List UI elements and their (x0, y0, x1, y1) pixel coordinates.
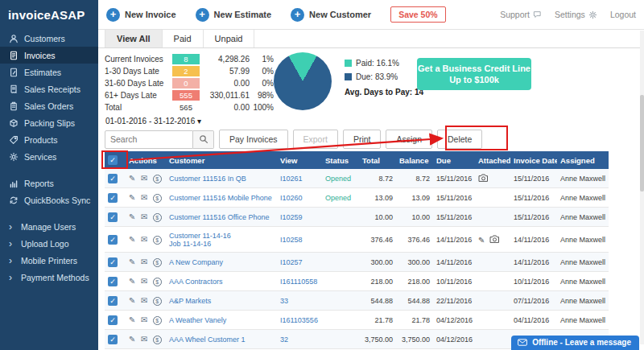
attached-note-icon[interactable]: ✎ (478, 236, 485, 245)
invoice-view-link[interactable]: I161103556 (280, 316, 318, 324)
print-button[interactable]: Print (343, 130, 382, 149)
edit-invoice-icon[interactable]: ✎ (129, 315, 135, 324)
invoice-date: 10/11/2016 (510, 272, 557, 291)
row-checkbox[interactable]: ✓ (108, 257, 118, 267)
email-invoice-icon[interactable]: ✉ (141, 277, 147, 286)
email-invoice-icon[interactable]: ✉ (141, 257, 147, 266)
email-invoice-icon[interactable]: ✉ (141, 212, 147, 221)
customer-link[interactable]: Customer 111516 In QB (169, 175, 246, 183)
attached-photo-icon[interactable] (489, 235, 500, 243)
chat-widget[interactable]: Offline - Leave a message (511, 336, 639, 350)
edit-invoice-icon[interactable]: ✎ (129, 212, 135, 221)
table-row: ✓ ✎ ✉ $ A Weather Vanely I161103556 21.7… (105, 311, 609, 330)
date-range-selector[interactable]: 01-01-2016 - 31-12-2016 ▾ (105, 117, 201, 126)
sidebar-item-services[interactable]: Services (0, 148, 98, 165)
payment-icon[interactable]: $ (153, 316, 162, 325)
search-button[interactable] (193, 130, 214, 149)
invoice-view-link[interactable]: 33 (280, 297, 288, 305)
payment-icon[interactable]: $ (153, 175, 162, 183)
settings-link[interactable]: Settings (555, 10, 597, 19)
sidebar-item-invoices[interactable]: Invoices (0, 47, 98, 64)
row-checkbox[interactable]: ✓ (108, 296, 118, 306)
topbar: + New Invoice + New Estimate + New Custo… (98, 0, 644, 30)
sidebar-item-payment-methods[interactable]: › Payment Methods (0, 269, 98, 286)
edit-invoice-icon[interactable]: ✎ (129, 335, 135, 344)
edit-invoice-icon[interactable]: ✎ (129, 235, 135, 244)
sidebar-item-label: Reports (24, 179, 54, 188)
app-logo[interactable]: invoiceASAP (0, 0, 98, 30)
sidebar-item-products[interactable]: Products (0, 131, 98, 148)
sidebar-item-customers[interactable]: Customers (0, 30, 98, 47)
invoice-view-link[interactable]: I10258 (280, 236, 303, 244)
delete-button[interactable]: Delete (437, 130, 482, 149)
business-credit-line-button[interactable]: Get a Business Credit Line Up to $100k (417, 58, 531, 90)
new-estimate-label: New Estimate (214, 10, 272, 19)
payment-icon[interactable]: $ (153, 236, 162, 245)
attached-photo-icon[interactable] (478, 174, 489, 182)
customer-link[interactable]: Customer 111516 Office Phone (169, 213, 270, 221)
sidebar-item-sales-receipts[interactable]: Sales Receipts (0, 80, 98, 97)
customer-link[interactable]: A New Company (169, 258, 223, 266)
sidebar-item-packing-slips[interactable]: Packing Slips (0, 114, 98, 131)
sidebar-item-quickbooks-sync[interactable]: QuickBooks Sync (0, 191, 98, 208)
email-invoice-icon[interactable]: ✉ (141, 335, 147, 344)
payment-icon[interactable]: $ (153, 258, 162, 267)
edit-invoice-icon[interactable]: ✎ (129, 193, 135, 202)
new-customer-button[interactable]: + New Customer (291, 8, 371, 22)
customer-link[interactable]: AAA Contractors (169, 278, 223, 286)
row-checkbox[interactable]: ✓ (108, 193, 118, 203)
invoice-view-link[interactable]: I10260 (280, 194, 303, 202)
new-invoice-button[interactable]: + New Invoice (106, 8, 176, 22)
customer-link[interactable]: Customer 11-14-16 Job 11-14-16 (169, 232, 231, 248)
email-invoice-icon[interactable]: ✉ (141, 296, 147, 305)
support-link[interactable]: Support (500, 10, 542, 19)
payment-icon[interactable]: $ (153, 213, 162, 222)
email-invoice-icon[interactable]: ✉ (141, 174, 147, 183)
customer-link[interactable]: A Weather Vanely (169, 316, 226, 324)
edit-invoice-icon[interactable]: ✎ (129, 296, 135, 305)
pay-invoices-button[interactable]: Pay Invoices (219, 130, 288, 149)
save-50-button[interactable]: Save 50% (390, 6, 445, 23)
invoice-view-link[interactable]: I10261 (280, 175, 303, 183)
new-estimate-button[interactable]: + New Estimate (196, 8, 272, 22)
scrollbar-thumb[interactable] (640, 95, 644, 191)
edit-invoice-icon[interactable]: ✎ (129, 277, 135, 286)
select-all-checkbox[interactable]: ✓ (108, 155, 118, 165)
email-invoice-icon[interactable]: ✉ (141, 235, 147, 244)
row-checkbox[interactable]: ✓ (108, 212, 118, 222)
tab-view-all[interactable]: View All (105, 30, 163, 47)
invoice-view-link[interactable]: I10257 (280, 258, 303, 266)
search-input[interactable] (105, 130, 193, 149)
quickbooks-sync-icon (9, 196, 19, 205)
sidebar-item-reports[interactable]: Reports (0, 175, 98, 191)
email-invoice-icon[interactable]: ✉ (141, 193, 147, 202)
customer-link[interactable]: Customer 111516 Mobile Phone (169, 194, 272, 202)
tab-unpaid[interactable]: Unpaid (204, 30, 255, 47)
assign-button[interactable]: Assign (386, 130, 432, 149)
payment-icon[interactable]: $ (153, 194, 162, 203)
edit-invoice-icon[interactable]: ✎ (129, 174, 135, 183)
invoice-view-link[interactable]: 32 (280, 336, 288, 344)
customer-link[interactable]: A&P Markets (169, 297, 211, 305)
payment-icon[interactable]: $ (153, 278, 162, 286)
invoice-view-link[interactable]: I161110558 (280, 278, 317, 286)
customer-link[interactable]: AAA Wheel Customer 1 (169, 336, 246, 344)
tab-paid[interactable]: Paid (163, 30, 204, 47)
row-checkbox[interactable]: ✓ (108, 174, 118, 183)
sidebar-item-sales-orders[interactable]: Sales Orders (0, 97, 98, 114)
sidebar-item-mobile-printers[interactable]: › Mobile Printers (0, 252, 98, 269)
payment-icon[interactable]: $ (153, 297, 162, 306)
export-button[interactable]: Export (293, 130, 338, 149)
sidebar-item-estimates[interactable]: Estimates (0, 64, 98, 80)
logout-link[interactable]: Logout (610, 10, 636, 19)
sidebar-item-manage-users[interactable]: › Manage Users (0, 218, 98, 235)
row-checkbox[interactable]: ✓ (108, 315, 118, 325)
payment-icon[interactable]: $ (153, 336, 162, 344)
edit-invoice-icon[interactable]: ✎ (129, 257, 135, 266)
row-checkbox[interactable]: ✓ (108, 277, 118, 286)
sidebar-item-upload-logo[interactable]: › Upload Logo (0, 235, 98, 252)
invoice-view-link[interactable]: I10259 (280, 213, 303, 221)
email-invoice-icon[interactable]: ✉ (141, 315, 147, 324)
row-checkbox[interactable]: ✓ (108, 335, 118, 344)
row-checkbox[interactable]: ✓ (108, 235, 118, 245)
